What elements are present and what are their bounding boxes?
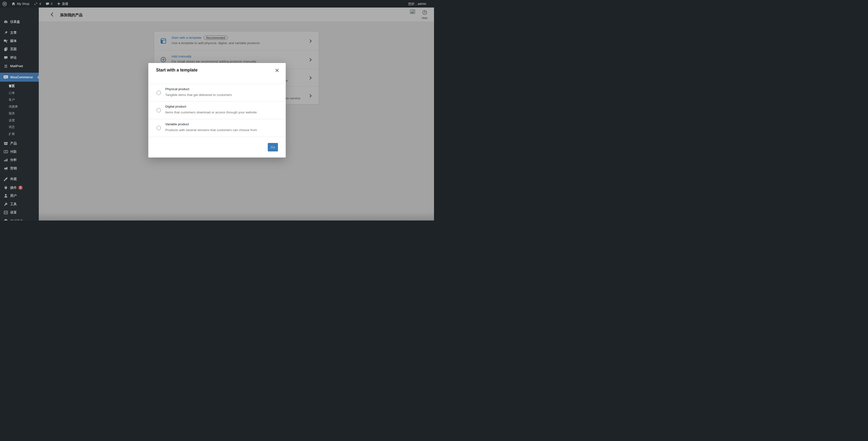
collapse-label: 收起菜单 xyxy=(10,219,23,220)
sidebar-item-label: 文章 xyxy=(10,31,17,35)
admin-sidebar-menu: 仪表盘 文章 媒体 页面 评论 xyxy=(0,7,39,220)
sidebar-subitem-customers[interactable]: 客户 xyxy=(0,97,39,103)
svg-text:Woo: Woo xyxy=(4,76,7,78)
close-button[interactable] xyxy=(275,69,279,72)
modal-option-variable[interactable]: Variable product Products with several v… xyxy=(148,119,286,137)
sidebar-item-label: 插件2 xyxy=(10,186,23,190)
sidebar-subitem-extensions[interactable]: 扩展 xyxy=(0,131,39,137)
modal-footer: Go xyxy=(148,137,286,158)
sidebar-item-appearance[interactable]: 外观 xyxy=(0,176,39,183)
media-icon xyxy=(3,38,8,43)
modal-option-digital[interactable]: Digital product Items that customers dow… xyxy=(148,101,286,119)
submenu-label: 订单 xyxy=(9,91,15,95)
new-content-menu[interactable]: 新建 xyxy=(55,0,70,7)
option-label: Variable product xyxy=(165,122,189,126)
comment-bubble-icon xyxy=(45,2,50,6)
user-greeting[interactable]: 您好，admin xyxy=(408,2,426,6)
product-box-icon xyxy=(3,141,8,146)
sidebar-item-label: 付款 xyxy=(10,150,17,154)
sidebar-item-payments[interactable]: $ 付款 xyxy=(0,148,39,155)
comment-count: 0 xyxy=(51,2,53,6)
sidebar-subitem-status[interactable]: 状态 xyxy=(0,124,39,130)
sidebar-item-label: 外观 xyxy=(10,177,17,181)
modal-title: Start with a template xyxy=(156,68,197,73)
mailpoet-icon: M xyxy=(3,63,8,68)
settings-sliders-icon xyxy=(3,210,8,215)
submenu-label: 客户 xyxy=(9,98,15,102)
option-description: Products with several versions that cust… xyxy=(165,128,257,132)
sidebar-item-marketing[interactable]: 营销 xyxy=(0,165,39,172)
submenu-label: 报表 xyxy=(9,112,15,116)
bar-chart-icon xyxy=(3,158,8,162)
svg-text:W: W xyxy=(3,2,6,5)
current-menu-arrow xyxy=(35,75,39,79)
submenu-label: 优惠券 xyxy=(9,105,18,109)
digital-product-radio[interactable] xyxy=(157,108,161,113)
close-icon xyxy=(275,69,279,72)
sidebar-item-settings[interactable]: 设置 xyxy=(0,209,39,216)
megaphone-icon xyxy=(3,166,8,171)
sidebar-item-woocommerce[interactable]: Woo WooCommerce xyxy=(0,73,39,82)
collapse-menu-button[interactable]: 收起菜单 xyxy=(0,217,39,220)
wordpress-logo-menu[interactable]: W xyxy=(0,0,9,7)
option-description: Items that customers download or access … xyxy=(165,111,257,114)
sidebar-item-label: 设置 xyxy=(10,210,17,215)
updates-menu[interactable]: 4 xyxy=(31,0,43,7)
payment-icon: $ xyxy=(3,149,8,154)
option-label: Physical product xyxy=(165,87,189,91)
site-home-menu[interactable]: My Shop xyxy=(9,0,31,7)
site-name: My Shop xyxy=(17,2,29,6)
sidebar-subitem-woo-home[interactable]: 首页 xyxy=(0,83,39,89)
svg-text:M: M xyxy=(4,64,7,67)
sidebar-item-tools[interactable]: 工具 xyxy=(0,201,39,208)
pages-icon xyxy=(3,47,8,52)
option-label: Digital product xyxy=(165,105,186,108)
sidebar-subitem-coupons[interactable]: 优惠券 xyxy=(0,103,39,110)
svg-text:$: $ xyxy=(5,151,6,153)
home-icon xyxy=(11,2,16,6)
physical-product-radio[interactable] xyxy=(157,91,161,95)
sidebar-item-label: 用户 xyxy=(10,194,17,198)
wordpress-logo-icon: W xyxy=(2,1,7,6)
brush-icon xyxy=(3,177,8,182)
sidebar-item-label: 页面 xyxy=(10,47,17,51)
sidebar-item-posts[interactable]: 文章 xyxy=(0,29,39,36)
plug-icon xyxy=(3,185,8,190)
sidebar-item-comments[interactable]: 评论 xyxy=(0,54,39,61)
pushpin-icon xyxy=(3,30,8,35)
sidebar-item-dashboard[interactable]: 仪表盘 xyxy=(0,18,39,26)
submenu-label: 设置 xyxy=(9,119,15,123)
sidebar-item-plugins[interactable]: 插件2 xyxy=(0,184,39,191)
sidebar-item-label: 评论 xyxy=(10,56,17,60)
sidebar-item-label: 媒体 xyxy=(10,39,17,43)
sidebar-item-pages[interactable]: 页面 xyxy=(0,45,39,53)
submenu-label: 首页 xyxy=(9,84,15,88)
sidebar-subitem-settings[interactable]: 设置 xyxy=(0,117,39,124)
sidebar-item-users[interactable]: 用户 xyxy=(0,192,39,199)
sidebar-item-media[interactable]: 媒体 xyxy=(0,37,39,44)
wrench-icon xyxy=(3,202,8,207)
woocommerce-icon: Woo xyxy=(3,75,8,80)
plugin-update-badge: 2 xyxy=(19,186,23,190)
sidebar-item-label: 工具 xyxy=(10,202,17,207)
updates-icon xyxy=(34,2,38,6)
modal-option-physical[interactable]: Physical product Tangible items that get… xyxy=(148,84,286,101)
sidebar-subitem-orders[interactable]: 订单 xyxy=(0,90,39,96)
update-count: 4 xyxy=(39,2,41,6)
sidebar-subitem-reports[interactable]: 报表 xyxy=(0,110,39,117)
start-with-template-modal: Start with a template Physical product T… xyxy=(148,63,286,158)
sidebar-item-products[interactable]: 产品 xyxy=(0,140,39,147)
admin-bar: W My Shop 4 0 xyxy=(0,0,434,7)
sidebar-item-label: 产品 xyxy=(10,141,17,146)
sidebar-item-mailpoet[interactable]: M MailPoet xyxy=(0,62,39,69)
comments-menu[interactable]: 0 xyxy=(43,0,55,7)
sidebar-item-label: 营销 xyxy=(10,166,17,170)
sidebar-item-analytics[interactable]: 分析 xyxy=(0,156,39,163)
comment-bubble-icon xyxy=(3,55,8,60)
sidebar-item-label: 仪表盘 xyxy=(10,20,20,24)
variable-product-radio[interactable] xyxy=(157,126,161,130)
option-description: Tangible items that get delivered to cus… xyxy=(165,93,232,97)
submenu-label: 状态 xyxy=(9,125,15,129)
sidebar-item-label: 分析 xyxy=(10,158,17,162)
go-button[interactable]: Go xyxy=(268,143,278,152)
